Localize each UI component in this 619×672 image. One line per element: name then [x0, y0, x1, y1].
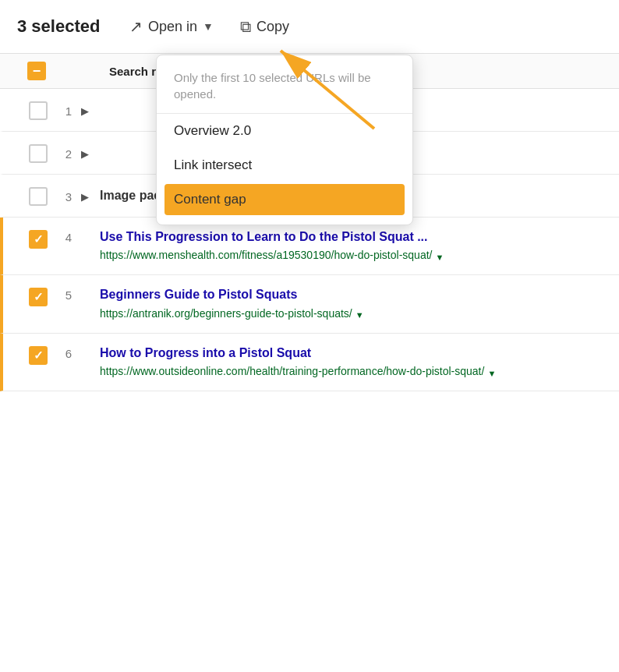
row-expand-1[interactable]: ▶ — [81, 103, 100, 117]
row-title-4[interactable]: Use This Progression to Learn to Do the … — [100, 228, 602, 246]
open-in-icon: ↗︎ — [129, 17, 143, 36]
table-row: 5 Beginners Guide to Pistol Squats https… — [0, 275, 619, 333]
row-url-4: https://www.menshealth.com/fitness/a1953… — [100, 247, 602, 263]
table-row: 6 How to Progress into a Pistol Squat ht… — [0, 334, 619, 391]
row-expand-6[interactable] — [81, 345, 100, 347]
open-in-label: Open in — [148, 19, 197, 35]
checkbox-1[interactable] — [29, 101, 48, 120]
url-text-6[interactable]: https://www.outsideonline.com/health/tra… — [100, 363, 484, 380]
dropdown-item-link-intersect[interactable]: Link intersect — [157, 148, 412, 182]
row-num-2: 2 — [56, 145, 81, 161]
chevron-down-icon: ▼ — [203, 20, 214, 33]
row-content-6: How to Progress into a Pistol Squat http… — [100, 345, 602, 380]
dropdown-note: Only the first 10 selected URLs will be … — [157, 66, 412, 113]
table-row: 4 Use This Progression to Learn to Do th… — [0, 218, 619, 275]
row-num-1: 1 — [56, 102, 81, 118]
row-num-6: 6 — [56, 345, 81, 360]
checkbox-2[interactable] — [29, 144, 48, 163]
checkbox-4[interactable] — [29, 230, 48, 249]
checkbox-5[interactable] — [29, 288, 48, 306]
row-expand-5[interactable] — [81, 286, 100, 288]
row-num-4: 4 — [56, 228, 81, 244]
header-bar: 3 selected ↗︎ Open in ▼ ⧉ Copy — [0, 0, 619, 54]
checkbox-6[interactable] — [29, 346, 48, 365]
row-expand-4[interactable] — [81, 228, 100, 231]
open-in-button[interactable]: ↗︎ Open in ▼ — [125, 14, 218, 39]
row-checkbox-1[interactable] — [20, 100, 56, 120]
url-text-5[interactable]: https://antranik.org/beginners-guide-to-… — [100, 306, 352, 322]
header-checkbox-col — [17, 62, 56, 80]
row-num-5: 5 — [56, 286, 81, 302]
url-text-4[interactable]: https://www.menshealth.com/fitness/a1953… — [100, 247, 432, 263]
dropdown-item-content-gap[interactable]: Content gap — [164, 184, 405, 215]
copy-button[interactable]: ⧉ Copy — [235, 15, 294, 39]
row-title-5[interactable]: Beginners Guide to Pistol Squats — [100, 286, 602, 303]
url-chevron-6[interactable]: ▼ — [487, 367, 496, 380]
row-content-4: Use This Progression to Learn to Do the … — [100, 228, 602, 263]
row-expand-3[interactable]: ▶ — [81, 189, 100, 203]
dropdown-item-overview[interactable]: Overview 2.0 — [157, 114, 412, 148]
row-checkbox-6[interactable] — [20, 345, 56, 365]
checkbox-3[interactable] — [29, 187, 48, 206]
url-chevron-4[interactable]: ▼ — [435, 251, 444, 264]
row-expand-2[interactable]: ▶ — [81, 146, 100, 160]
row-num-3: 3 — [56, 188, 81, 203]
row-checkbox-4[interactable] — [20, 228, 56, 249]
row-checkbox-3[interactable] — [20, 186, 56, 206]
row-url-6: https://www.outsideonline.com/health/tra… — [100, 363, 602, 380]
open-in-dropdown: Only the first 10 selected URLs will be … — [156, 55, 413, 225]
row-url-5: https://antranik.org/beginners-guide-to-… — [100, 306, 602, 322]
copy-label: Copy — [256, 19, 289, 35]
header-actions: ↗︎ Open in ▼ ⧉ Copy — [125, 14, 294, 39]
url-chevron-5[interactable]: ▼ — [355, 309, 364, 322]
select-all-checkbox[interactable] — [27, 62, 46, 80]
row-title-6[interactable]: How to Progress into a Pistol Squat — [100, 345, 602, 362]
row-checkbox-5[interactable] — [20, 286, 56, 306]
row-checkbox-2[interactable] — [20, 143, 56, 163]
selected-count: 3 selected — [17, 16, 111, 37]
copy-icon: ⧉ — [240, 18, 251, 36]
row-content-5: Beginners Guide to Pistol Squats https:/… — [100, 286, 602, 321]
